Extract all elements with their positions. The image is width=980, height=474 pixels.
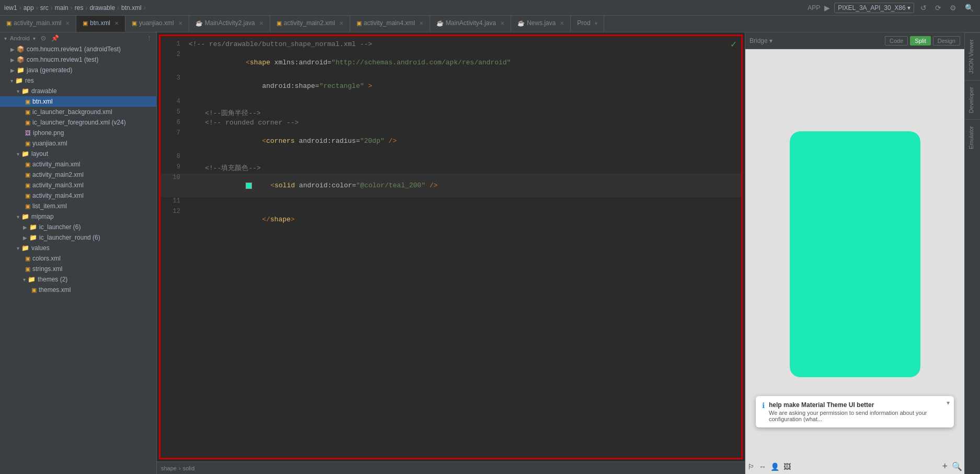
developer-panel[interactable]: Developer — [965, 80, 980, 119]
sidebar-item-list-item[interactable]: ▣ list_item.xml — [0, 201, 156, 211]
sidebar-item-activity-main4[interactable]: ▣ activity_main4.xml — [0, 190, 156, 201]
collapse-arrow-icon: ▾ — [23, 277, 26, 283]
android-dropdown-icon: ▾ — [33, 36, 36, 41]
zoom-in-icon[interactable]: 🔍 — [952, 461, 962, 471]
sidebar-item-activity-main2[interactable]: ▣ activity_main2.xml — [0, 170, 156, 180]
folder-icon: 📁 — [21, 150, 29, 157]
sidebar-item-label: values — [31, 244, 50, 252]
code-line: 12 </shape> — [160, 208, 741, 231]
java-icon: ☕ — [517, 20, 525, 27]
sidebar-item-iphone-png[interactable]: 🖼 iphone.png — [0, 128, 156, 138]
tab-close[interactable]: ✕ — [419, 20, 423, 26]
tab-mainactivity4[interactable]: ☕ MainActivity4.java ✕ — [430, 16, 511, 32]
folder-icon: 📁 — [15, 77, 23, 84]
tab-close[interactable]: ▾ — [595, 20, 597, 26]
sidebar-item-ic-launcher-background[interactable]: ▣ ic_launcher_background.xml — [0, 107, 156, 117]
collapse-arrow-icon: ▶ — [10, 57, 15, 63]
tab-mainactivity2[interactable]: ☕ MainActivity2.java ✕ — [189, 16, 270, 32]
sidebar-item-layout[interactable]: ▾ 📁 layout — [0, 149, 156, 159]
tab-activity-main2[interactable]: ▣ activity_main2.xml ✕ — [270, 16, 350, 32]
sync-button[interactable]: ⟳ — [933, 3, 943, 13]
sidebar-item-java-generated[interactable]: ▶ 📁 java (generated) — [0, 65, 156, 75]
sidebar-item-label: iphone.png — [33, 129, 64, 137]
plus-icon[interactable]: + — [942, 461, 948, 472]
json-viewer-panel[interactable]: JSON Viewer — [965, 32, 980, 80]
tab-activity-main4[interactable]: ▣ activity_main4.xml ✕ — [350, 16, 430, 32]
sidebar-item-label: java (generated) — [27, 66, 72, 74]
tab-close[interactable]: ✕ — [259, 20, 263, 26]
color-swatch — [246, 183, 252, 189]
sidebar-item-themes-folder[interactable]: ▾ 📁 themes (2) — [0, 274, 156, 285]
sidebar-item-drawable[interactable]: ▾ 📁 drawable — [0, 86, 156, 96]
folder-icon: 📁 — [29, 223, 37, 231]
sidebar-item-ic-launcher[interactable]: ▶ 📁 ic_launcher (6) — [0, 222, 156, 232]
bridge-label: Bridge — [750, 37, 768, 44]
status-bar: shape › solid — [157, 461, 745, 474]
collapse-arrow-icon: ▾ — [17, 214, 19, 220]
emulator-panel[interactable]: Emulator — [965, 119, 980, 155]
sidebar-item-themes-xml[interactable]: ▣ themes.xml — [0, 285, 156, 295]
phone-preview — [790, 131, 920, 377]
tab-news[interactable]: ☕ News.java ✕ — [511, 16, 571, 32]
tab-close[interactable]: ✕ — [114, 20, 119, 26]
folder-icon: 📁 — [29, 234, 37, 241]
main-area: ▾ Android ▾ ⊙ 📌 ⋮ ▶ 📦 com.hnucm.review1 … — [0, 32, 980, 474]
sidebar-header[interactable]: ▾ Android ▾ ⊙ 📌 ⋮ — [0, 32, 156, 44]
tab-close[interactable]: ✕ — [560, 20, 564, 26]
notification-box: ℹ help make Material Theme UI better We … — [756, 396, 954, 427]
sidebar-item-ic-launcher-round[interactable]: ▶ 📁 ic_launcher_round (6) — [0, 232, 156, 243]
sidebar-item-colors[interactable]: ▣ colors.xml — [0, 253, 156, 264]
code-line: 9 <!--填充颜色--> — [160, 163, 741, 174]
tab-prod[interactable]: Prod ▾ — [571, 16, 604, 32]
run-icon[interactable]: ▶ — [824, 4, 830, 12]
sidebar-menu-icon[interactable]: ⋮ — [146, 35, 152, 42]
preview-area: Bridge ▾ Code Split Design ℹ — [745, 32, 964, 474]
folder-icon: 📁 — [21, 213, 29, 220]
tab-btn[interactable]: ▣ btn.xml ✕ — [76, 16, 125, 32]
sidebar-item-label: activity_main3.xml — [32, 182, 84, 189]
settings-button[interactable]: ⚙ — [948, 3, 959, 13]
sidebar-item-activity-main3[interactable]: ▣ activity_main3.xml — [0, 180, 156, 190]
tab-yuanjiao[interactable]: ▣ yuanjiao.xml ✕ — [125, 16, 189, 32]
sidebar-item-mipmap[interactable]: ▾ 📁 mipmap — [0, 211, 156, 222]
sidebar-item-label: ic_launcher_round (6) — [39, 234, 100, 241]
tab-close[interactable]: ✕ — [178, 20, 182, 26]
sidebar-item-label: ic_launcher (6) — [39, 223, 80, 231]
java-icon: ☕ — [195, 20, 203, 27]
notification-close-button[interactable]: ▾ — [947, 399, 950, 407]
dropdown-arrow-icon: ▾ — [4, 36, 7, 41]
device-selector[interactable]: PIXEL_3A_API_30_X86 ▾ — [834, 3, 914, 13]
tab-close[interactable]: ✕ — [65, 20, 70, 26]
refresh-button[interactable]: ↺ — [918, 3, 929, 13]
tab-close[interactable]: ✕ — [500, 20, 504, 26]
sidebar-item-label: themes.xml — [39, 286, 71, 294]
tab-activity-main[interactable]: ▣ activity_main.xml ✕ — [0, 16, 76, 32]
phone-screen — [790, 131, 920, 377]
sidebar-item-btn-xml[interactable]: ▣ btn.xml — [0, 96, 156, 107]
tab-bar: ▣ activity_main.xml ✕ ▣ btn.xml ✕ ▣ yuan… — [0, 16, 980, 32]
sidebar-item-strings[interactable]: ▣ strings.xml — [0, 264, 156, 274]
tab-label: MainActivity4.java — [446, 19, 496, 27]
sidebar-item-res[interactable]: ▾ 📁 res — [0, 75, 156, 86]
xml-file-icon: ▣ — [25, 203, 30, 210]
sidebar-item-values[interactable]: ▾ 📁 values — [0, 243, 156, 253]
status-solid: solid — [183, 465, 195, 471]
code-view-button[interactable]: Code — [885, 36, 908, 46]
design-view-button[interactable]: Design — [933, 36, 960, 46]
sidebar-item-test[interactable]: ▶ 📦 com.hnucm.review1 (test) — [0, 54, 156, 65]
search-button[interactable]: 🔍 — [963, 3, 976, 13]
sidebar-item-ic-launcher-foreground[interactable]: ▣ ic_launcher_foreground.xml (v24) — [0, 117, 156, 128]
code-editor[interactable]: ✓ 1 <!-- res/drawable/button_shape_norma… — [159, 35, 743, 459]
sidebar-item-androidtest[interactable]: ▶ 📦 com.hnucm.review1 (androidTest) — [0, 44, 156, 54]
sidebar-item-activity-main[interactable]: ▣ activity_main.xml — [0, 159, 156, 170]
app-label: APP — [808, 4, 820, 12]
bridge-dropdown[interactable]: Bridge ▾ — [750, 37, 773, 44]
code-line: 4 — [160, 98, 741, 108]
collapse-arrow-icon: ▾ — [17, 151, 19, 157]
tab-close[interactable]: ✕ — [339, 20, 343, 26]
split-view-button[interactable]: Split — [910, 36, 930, 46]
xml-icon: ▣ — [356, 20, 362, 27]
sidebar-item-yuanjiao[interactable]: ▣ yuanjiao.xml — [0, 138, 156, 149]
xml-icon: ▣ — [132, 20, 137, 27]
breadcrumb: iew1 › app › src › main › res › drawable… — [4, 4, 146, 12]
